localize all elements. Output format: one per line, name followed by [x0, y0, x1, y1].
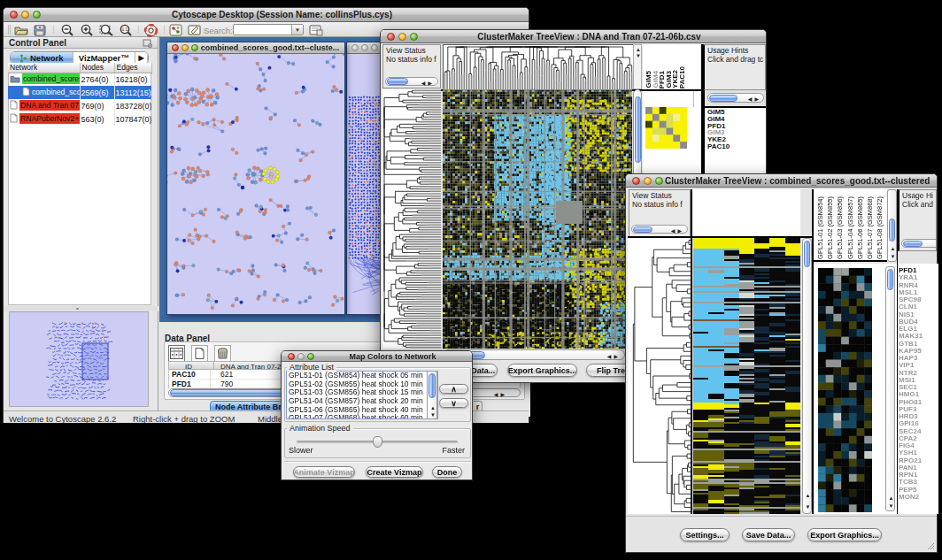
scroll-up-arrow[interactable]: ▲: [889, 495, 894, 501]
scrollbar-thumb[interactable]: [387, 78, 408, 85]
export-graphics-button[interactable]: Export Graphics...: [807, 528, 882, 541]
scroll-up-arrow[interactable]: ▲: [430, 405, 436, 410]
scroll-down-arrow[interactable]: ▼: [636, 53, 641, 58]
close-button[interactable]: [288, 353, 295, 360]
zoom-button[interactable]: [191, 44, 198, 51]
move-down-button[interactable]: ∨: [439, 398, 468, 408]
scroll-down-arrow[interactable]: ▼: [430, 412, 436, 418]
column-label[interactable]: GPL51-08 (GSM872): [876, 196, 884, 259]
create-vizmap-button[interactable]: Create Vizmap: [366, 466, 423, 478]
save-data-button[interactable]: Save Data...: [742, 528, 795, 541]
birds-eye-view[interactable]: [9, 311, 149, 407]
minimize-button[interactable]: [398, 33, 406, 41]
close-button[interactable]: [351, 44, 359, 51]
treeview2-labels-scrollbar[interactable]: ▲ ▼: [887, 189, 897, 262]
treeview1-column-dendrogram[interactable]: [443, 44, 634, 90]
scrollbar-thumb[interactable]: [635, 96, 641, 163]
network-row[interactable]: combined_scores2764(0)16218(0): [8, 73, 151, 86]
treeview2-titlebar[interactable]: ClusterMaker TreeView : combined_scores_…: [626, 174, 937, 188]
zoom-button[interactable]: [655, 177, 663, 185]
close-button[interactable]: [172, 44, 179, 51]
usage-hints-scrollbar[interactable]: [901, 239, 937, 248]
close-button[interactable]: [632, 177, 640, 185]
treeview1-row-dendrogram[interactable]: [382, 89, 441, 349]
scrollbar-thumb[interactable]: [903, 241, 923, 247]
slider-thumb[interactable]: [373, 436, 382, 448]
search-input[interactable]: ▼: [233, 24, 304, 35]
scrollbar-thumb[interactable]: [709, 95, 737, 102]
view-status-scrollbar[interactable]: ◀▶: [631, 225, 688, 234]
scrollbar-thumb[interactable]: [429, 373, 436, 398]
scrollbar-thumb[interactable]: [889, 219, 895, 242]
attribute-list-scrollbar[interactable]: ▲ ▼: [427, 371, 437, 419]
minimize-button[interactable]: [21, 11, 29, 19]
scroll-down-arrow[interactable]: ▼: [891, 254, 896, 259]
network-name-cell[interactable]: combined_sco: [8, 86, 80, 99]
scrollbar-arrows[interactable]: ◀▶: [671, 227, 684, 236]
treeview1-header-scroll-strip[interactable]: ▲ ▼: [633, 44, 642, 89]
cytoscape-titlebar[interactable]: Cytoscape Desktop (Session Name: collins…: [4, 8, 529, 22]
view-status-scrollbar[interactable]: ◀▶: [385, 77, 438, 86]
scroll-down-arrow[interactable]: ▼: [806, 504, 811, 510]
splitter-handle[interactable]: [76, 308, 79, 310]
export-graphics-button[interactable]: Export Graphics...: [507, 364, 577, 377]
toolbar-drag-handle[interactable]: [8, 25, 11, 35]
close-button[interactable]: [10, 11, 18, 19]
move-up-button[interactable]: ∧: [439, 384, 468, 394]
minimize-button[interactable]: [644, 177, 652, 185]
gene-label[interactable]: MON2: [899, 494, 923, 501]
zoom-button[interactable]: [371, 44, 378, 51]
network-view-titlebar[interactable]: combined_scores_good.txt--cluste...: [167, 42, 344, 54]
attribute-list-item[interactable]: GPL51-07 (GSM868) heat shock 60 min: [287, 414, 437, 419]
detail-vscrollbar[interactable]: ▲ ▼: [885, 266, 895, 511]
minimize-button[interactable]: [361, 44, 368, 51]
scroll-up-arrow[interactable]: ▲: [636, 47, 641, 52]
scrollbar-arrows[interactable]: ◀▶: [607, 353, 621, 359]
settings-button[interactable]: Settings...: [680, 528, 730, 541]
map-dialog-titlebar[interactable]: Map Colors to Network: [282, 351, 472, 362]
column-label[interactable]: GPL51-02 (GSM855): [827, 196, 834, 259]
network-name-cell[interactable]: RNAPuberNov2+!: [8, 112, 80, 126]
network-canvas[interactable]: [167, 54, 344, 314]
scroll-up-arrow[interactable]: ▲: [891, 246, 896, 251]
usage-hints-scrollbar[interactable]: ◀▶: [707, 93, 764, 103]
done-button[interactable]: Done: [432, 466, 462, 478]
network-row[interactable]: RNAPuberNov2+!563(0)107847(0): [8, 112, 151, 126]
gene-label[interactable]: PAC10: [707, 143, 730, 150]
network-name-cell[interactable]: combined_scores: [8, 73, 80, 86]
scrollbar-thumb[interactable]: [887, 269, 893, 290]
resize-grip[interactable]: [926, 541, 935, 550]
zoom-button[interactable]: [410, 33, 418, 41]
column-label[interactable]: GPL51-07 (GSM868): [867, 196, 874, 259]
network-row[interactable]: DNA and Tran 07769(0)183728(0): [8, 99, 151, 112]
treeview2-heatmap[interactable]: [693, 238, 800, 514]
col-header-nodes[interactable]: Nodes: [80, 63, 114, 73]
treeview2-vscrollbar[interactable]: ▲ ▼: [802, 238, 812, 514]
scrollbar-arrows[interactable]: ◀▶: [494, 391, 507, 397]
zoom-button[interactable]: [307, 353, 314, 360]
network-row[interactable]: combined_sco2569(6)13112(15): [8, 86, 151, 99]
treeview1-detail-heatmap[interactable]: [645, 107, 687, 149]
animate-vizmap-button[interactable]: Animate Vizmap: [293, 466, 355, 478]
minimize-button[interactable]: [181, 44, 189, 51]
col-header-network[interactable]: Network: [8, 63, 80, 73]
treeview2-row-dendrogram[interactable]: [628, 238, 691, 514]
network-name-cell[interactable]: DNA and Tran 07: [8, 99, 80, 112]
scroll-up-arrow[interactable]: ▲: [806, 493, 811, 498]
column-label[interactable]: GPL51-06 (GSM865): [857, 196, 864, 259]
column-label[interactable]: GPL51-04 (GSM857): [847, 196, 854, 259]
scroll-down-arrow[interactable]: ▼: [889, 503, 894, 509]
column-label[interactable]: GPL51-03 (GSM856): [837, 196, 844, 259]
close-button[interactable]: [387, 33, 395, 41]
scrollbar-arrows[interactable]: ◀▶: [421, 80, 435, 88]
column-label[interactable]: GPL51-01 (GSM854): [817, 196, 824, 259]
scrollbar-arrows[interactable]: ◀▶: [748, 96, 761, 102]
column-label[interactable]: PAC10: [679, 66, 686, 88]
col-header-edges[interactable]: Edges: [114, 63, 151, 73]
float-panel-icon[interactable]: [143, 39, 152, 48]
scrollbar-thumb[interactable]: [804, 241, 810, 267]
scrollbar-thumb[interactable]: [633, 226, 652, 233]
treeview1-titlebar[interactable]: ClusterMaker TreeView : DNA and Tran 07-…: [381, 30, 766, 43]
treeview1-heatmap[interactable]: [443, 89, 632, 349]
zoom-button[interactable]: [33, 11, 41, 19]
